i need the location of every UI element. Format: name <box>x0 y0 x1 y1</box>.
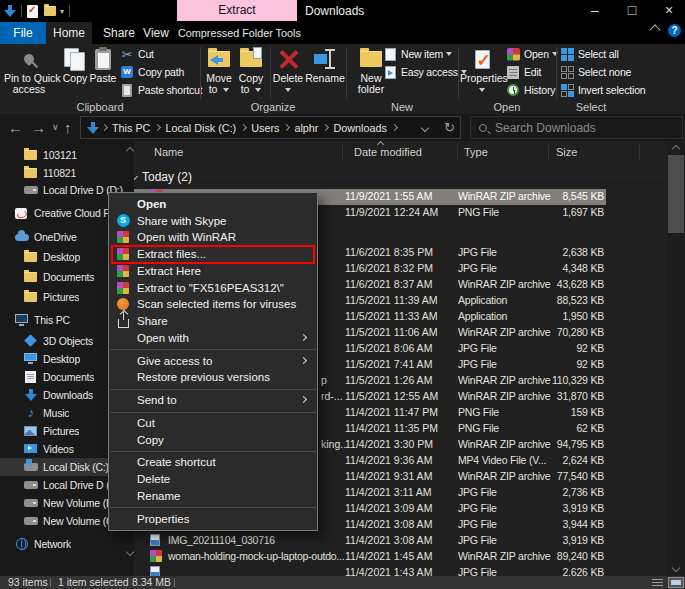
ribbon-tab-row: File Home Share View Compressed Folder T… <box>0 22 685 44</box>
refresh-icon[interactable]: ↻ <box>444 116 455 139</box>
contextual-tab-header[interactable]: Extract <box>177 0 297 21</box>
menu-item-properties[interactable]: Properties <box>109 510 317 527</box>
column-divider[interactable] <box>457 145 458 161</box>
file-row[interactable]: 11/4/2021 1:43 AMJPG File2,626 KB <box>134 565 668 576</box>
column-divider[interactable] <box>342 145 343 161</box>
new-item-button[interactable]: New item <box>383 45 467 63</box>
copy-button[interactable]: Copy <box>58 45 92 99</box>
folder-icon <box>24 270 38 284</box>
menu-item-create-shortcut[interactable]: Create shortcut <box>109 454 317 471</box>
help-icon[interactable]: ? <box>668 24 681 37</box>
invert-selection-button[interactable]: Invert selection <box>560 81 645 99</box>
pin-to-quick-access-button[interactable]: Pin to Quickaccess <box>4 45 54 99</box>
sidebar-item-network[interactable]: Network <box>0 535 126 553</box>
new-folder-quick-icon[interactable] <box>44 6 56 16</box>
address-bar[interactable]: This PCLocal Disk (C:)UsersalphrDownload… <box>80 116 461 139</box>
ribbon-group-divider <box>556 47 557 99</box>
close-button[interactable]: × <box>654 0 684 22</box>
window-title: Downloads <box>305 0 364 22</box>
breadcrumb-users[interactable]: Users <box>251 122 279 134</box>
delete-button[interactable]: Delete <box>272 45 304 99</box>
open-button[interactable]: Open <box>506 45 558 63</box>
properties-quick-icon[interactable] <box>27 5 38 18</box>
details-view-button[interactable] <box>650 577 666 588</box>
extract-files-highlight-box <box>111 245 315 264</box>
search-box[interactable]: Search Downloads <box>470 116 683 139</box>
column-header-size[interactable]: Size <box>556 146 577 158</box>
breadcrumb-chevron-icon[interactable] <box>283 124 290 131</box>
paste-shortcut-button[interactable]: Paste shortcut <box>120 81 202 99</box>
sidebar-item-103121[interactable]: 103121 <box>0 146 126 164</box>
breadcrumb-this-pc[interactable]: This PC <box>112 122 150 134</box>
paste-button[interactable]: Paste <box>88 45 118 99</box>
scroll-up-icon[interactable] <box>672 145 680 153</box>
menu-item-cut[interactable]: Cut <box>109 415 317 432</box>
file-row-img-20211104-030716[interactable]: IMG_20211104_03071611/4/2021 3:08 AMJPG … <box>134 533 668 549</box>
breadcrumb-chevron-icon[interactable] <box>322 124 329 131</box>
breadcrumb-alphr[interactable]: alphr <box>294 122 318 134</box>
menu-item-scan-selected-items-for-viruses[interactable]: Scan selected items for viruses <box>109 296 317 313</box>
minimize-button[interactable]: – <box>580 0 610 22</box>
column-header-name[interactable]: Name <box>154 146 183 158</box>
select-all-button-icon <box>560 47 574 61</box>
group-header-today[interactable]: Today (2) <box>134 168 668 186</box>
sidebar-item-110821[interactable]: 110821 <box>0 164 126 182</box>
menu-item-extract-here[interactable]: Extract Here <box>109 263 317 280</box>
scroll-down-icon[interactable] <box>126 548 134 556</box>
scrollbar-thumb[interactable] <box>668 155 684 233</box>
forward-button[interactable]: → <box>31 114 46 141</box>
recent-locations-icon[interactable]: ∨ <box>52 114 59 141</box>
menu-item-copy[interactable]: Copy <box>109 431 317 448</box>
menu-item-extract-to-fx516peas312[interactable]: Extract to "FX516PEAS312\" <box>109 279 317 296</box>
menu-item-open[interactable]: Open <box>109 196 317 213</box>
breadcrumb-chevron-icon[interactable] <box>154 124 161 131</box>
qat-dropdown-icon[interactable]: ▾ <box>60 7 64 16</box>
breadcrumb-downloads[interactable]: Downloads <box>333 122 386 134</box>
file-row-woman-holding-mock-up-laptop-o[interactable]: woman-holding-mock-up-laptop-outdo...11/… <box>134 549 668 565</box>
column-divider[interactable] <box>548 145 549 161</box>
breadcrumb-local-disk-c-[interactable]: Local Disk (C:) <box>165 122 236 134</box>
breadcrumb-chevron-icon[interactable] <box>240 124 247 131</box>
select-all-button[interactable]: Select all <box>560 45 645 63</box>
divider <box>50 578 51 587</box>
maximize-button[interactable]: □ <box>617 0 647 22</box>
tab-file[interactable]: File <box>0 22 46 44</box>
paste-shortcut-button-icon <box>120 83 134 97</box>
cut-button[interactable]: ✂Cut <box>120 45 202 63</box>
scroll-up-icon[interactable] <box>126 147 134 155</box>
tab-home[interactable]: Home <box>46 22 92 44</box>
menu-item-restore-previous-versions[interactable]: Restore previous versions <box>109 369 317 386</box>
menu-item-delete[interactable]: Delete <box>109 471 317 488</box>
properties-button[interactable]: ✓Properties <box>460 45 504 99</box>
breadcrumb-chevron-icon[interactable] <box>391 124 398 131</box>
copy-to-button[interactable]: Copyto <box>235 45 267 99</box>
collapse-group-icon[interactable] <box>134 173 138 180</box>
menu-item-open-with-winrar[interactable]: Open with WinRAR <box>109 229 317 246</box>
menu-item-send-to[interactable]: Send to <box>109 392 317 409</box>
menu-item-give-access-to[interactable]: Give access to <box>109 352 317 369</box>
back-button[interactable]: ← <box>8 114 23 141</box>
column-header-date-modified[interactable]: Date modified <box>354 146 422 158</box>
menu-item-open-with[interactable]: Open with <box>109 330 317 347</box>
edit-button[interactable]: Edit <box>506 63 558 81</box>
menu-item-share-with-skype[interactable]: SShare with Skype <box>109 212 317 229</box>
menu-item-share[interactable]: Share <box>109 313 317 330</box>
select-none-button[interactable]: Select none <box>560 63 645 81</box>
column-divider[interactable] <box>639 145 640 161</box>
submenu-chevron-icon <box>300 334 307 341</box>
easy-access-button[interactable]: Easy access <box>383 63 467 81</box>
scroll-down-icon[interactable] <box>672 564 680 572</box>
up-button[interactable]: ↑ <box>64 114 72 141</box>
copy-button-icon <box>58 45 92 73</box>
rename-button[interactable]: Rename <box>304 45 346 99</box>
move-to-button[interactable]: Moveto <box>203 45 235 99</box>
tab-view[interactable]: View <box>134 22 178 44</box>
thumbnail-view-button[interactable] <box>668 577 684 588</box>
copy-path-button[interactable]: WCopy path <box>120 63 202 81</box>
ribbon-group-divider <box>200 47 201 99</box>
menu-item-rename[interactable]: Rename <box>109 488 317 505</box>
tab-compressed-folder-tools[interactable]: Compressed Folder Tools <box>178 22 294 44</box>
column-header-type[interactable]: Type <box>464 146 488 158</box>
history-button[interactable]: History <box>506 81 558 99</box>
vertical-scrollbar[interactable] <box>667 141 685 576</box>
